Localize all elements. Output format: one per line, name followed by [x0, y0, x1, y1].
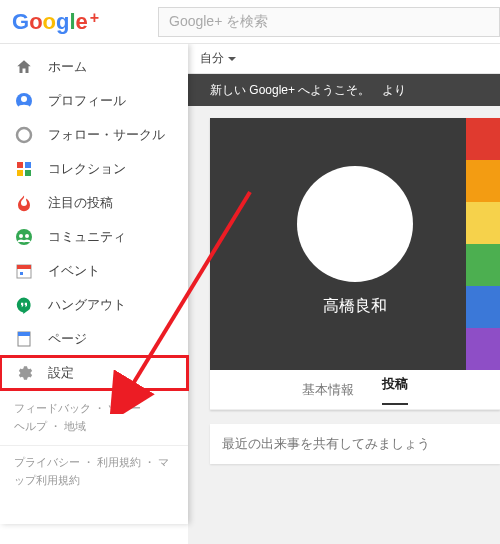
sidebar-item-events[interactable]: イベント	[0, 254, 188, 288]
sidebar-item-collections[interactable]: コレクション	[0, 152, 188, 186]
google-plus-logo[interactable]: Google+	[0, 9, 158, 35]
sidebar-item-label: コミュニティ	[48, 228, 126, 246]
sidebar-item-label: 設定	[48, 364, 74, 382]
main-content: 新しい Google+ へようこそ。 より 高橋良和 基本情報 投稿 最近の出来…	[188, 74, 500, 544]
share-input[interactable]: 最近の出来事を共有してみましょう	[210, 424, 500, 464]
sidebar-item-home[interactable]: ホーム	[0, 50, 188, 84]
sidebar-footer-2[interactable]: プライバシー ・ 利用規約 ・ マップ利用規約	[0, 445, 188, 493]
svg-rect-14	[18, 332, 30, 336]
sidebar: ホーム プロフィール フォロー・サークル コレクション 注目の投稿 コミュニティ	[0, 44, 188, 524]
sidebar-item-profile[interactable]: プロフィール	[0, 84, 188, 118]
svg-rect-4	[25, 162, 31, 168]
gear-icon	[14, 364, 34, 382]
sidebar-item-settings[interactable]: 設定	[0, 356, 188, 390]
profile-tabs: 基本情報 投稿	[210, 370, 500, 410]
cover-stripe	[466, 118, 500, 370]
sidebar-item-circles[interactable]: フォロー・サークル	[0, 118, 188, 152]
tab-about[interactable]: 基本情報	[302, 381, 354, 399]
svg-rect-3	[17, 162, 23, 168]
sidebar-item-whats-hot[interactable]: 注目の投稿	[0, 186, 188, 220]
communities-icon	[14, 228, 34, 246]
svg-rect-12	[20, 272, 23, 275]
svg-rect-5	[17, 170, 23, 176]
pages-icon	[14, 330, 34, 348]
svg-rect-11	[17, 265, 31, 269]
search-placeholder: Google+ を検索	[169, 13, 268, 31]
svg-point-9	[25, 234, 29, 238]
sidebar-item-label: フォロー・サークル	[48, 126, 165, 144]
welcome-banner: 新しい Google+ へようこそ。 より	[188, 74, 500, 106]
sidebar-item-label: コレクション	[48, 160, 126, 178]
circles-icon	[14, 126, 34, 144]
sidebar-item-label: 注目の投稿	[48, 194, 113, 212]
profile-icon	[14, 92, 34, 110]
svg-point-7	[16, 229, 32, 245]
svg-point-1	[21, 96, 27, 102]
svg-rect-6	[25, 170, 31, 176]
sidebar-item-hangouts[interactable]: ハングアウト	[0, 288, 188, 322]
tab-posts[interactable]: 投稿	[382, 375, 408, 405]
sidebar-item-label: ホーム	[48, 58, 87, 76]
profile-card: 高橋良和 基本情報 投稿	[210, 118, 500, 410]
avatar[interactable]	[297, 166, 413, 282]
sidebar-footer-1[interactable]: フィードバック ・ ツアー ヘルプ ・ 地域	[0, 390, 188, 439]
chevron-down-icon	[228, 57, 236, 61]
profile-name: 高橋良和	[210, 296, 500, 317]
sidebar-item-label: プロフィール	[48, 92, 126, 110]
cover-photo[interactable]: 高橋良和	[210, 118, 500, 370]
sidebar-item-label: ページ	[48, 330, 87, 348]
svg-point-8	[19, 234, 23, 238]
svg-point-2	[17, 128, 31, 142]
events-icon	[14, 262, 34, 280]
home-icon	[14, 58, 34, 76]
search-input[interactable]: Google+ を検索	[158, 7, 500, 37]
sidebar-item-label: ハングアウト	[48, 296, 126, 314]
owner-dropdown[interactable]: 自分	[200, 50, 236, 67]
whats-hot-icon	[14, 194, 34, 212]
sidebar-item-pages[interactable]: ページ	[0, 322, 188, 356]
collections-icon	[14, 160, 34, 178]
top-bar: Google+ Google+ を検索	[0, 0, 500, 44]
hangouts-icon	[14, 296, 34, 314]
sidebar-item-label: イベント	[48, 262, 100, 280]
sidebar-item-communities[interactable]: コミュニティ	[0, 220, 188, 254]
